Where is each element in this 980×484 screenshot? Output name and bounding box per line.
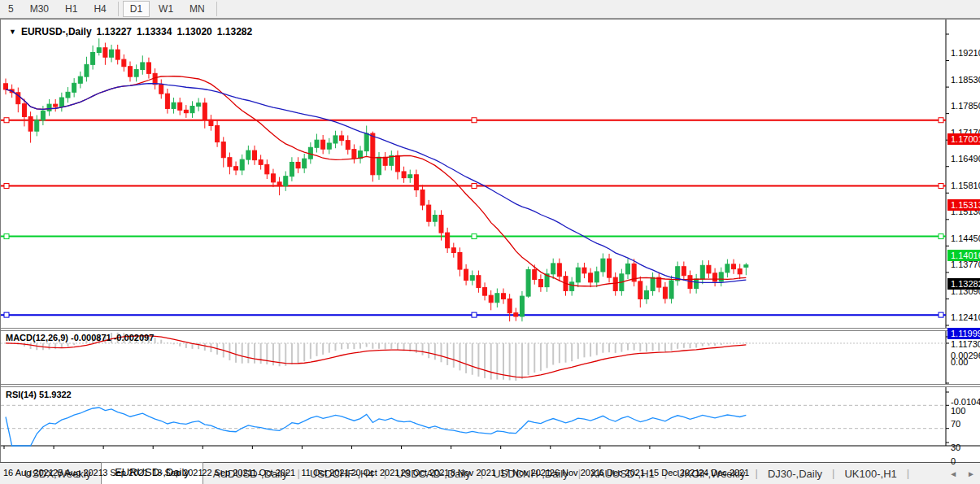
- candle-body: [190, 107, 194, 113]
- candle-body: [626, 264, 630, 273]
- date-tick-label: 20 Oct 2021: [351, 468, 399, 477]
- candle-body: [47, 104, 51, 111]
- ohlc-high: 1.13334: [137, 26, 172, 37]
- level-line-handle[interactable]: [472, 312, 477, 317]
- macd-indicator-label: MACD(12,26,9) -0.000871 -0.002097: [6, 333, 154, 342]
- chart-canvas[interactable]: [1, 20, 980, 463]
- candle-body: [402, 172, 406, 178]
- candle-body: [371, 133, 375, 175]
- level-price-badge-1.15313[interactable]: 1.15313: [947, 199, 980, 211]
- candle-body: [489, 295, 493, 303]
- rsi-tick-label: 100: [951, 406, 965, 416]
- rsi-line: [6, 408, 746, 446]
- candle-body: [321, 140, 325, 149]
- ohlc-open: 1.13227: [97, 26, 132, 37]
- candle-body: [59, 98, 63, 107]
- timeframe-button-H1[interactable]: H1: [58, 1, 85, 17]
- candle-body: [271, 174, 275, 182]
- rsi-tick-label: 0: [951, 456, 956, 466]
- level-line-handle[interactable]: [939, 312, 943, 317]
- level-price-badge-1.17001[interactable]: 1.17001: [947, 133, 980, 145]
- level-price-badge-1.14016[interactable]: 1.14016: [947, 250, 980, 261]
- chart-symbol-label: EURUSD-,Daily: [21, 26, 92, 37]
- level-line-handle[interactable]: [4, 184, 9, 189]
- level-line-handle[interactable]: [939, 184, 943, 189]
- date-tick-label: 1 Oct 2021: [251, 468, 295, 477]
- macd-tick-label: 0.00: [951, 357, 968, 367]
- candle-body: [253, 150, 257, 159]
- date-tick-label: 26 Nov 2021: [550, 468, 600, 477]
- timeframe-button-H4[interactable]: H4: [86, 1, 113, 17]
- date-tick-label: 17 Nov 2021: [500, 468, 551, 477]
- candle-body: [470, 276, 474, 281]
- level-price-badge-1.11999[interactable]: 1.11999: [947, 328, 980, 339]
- chart-dropdown-icon[interactable]: ▼: [9, 28, 16, 36]
- toolbar-separator: [216, 2, 217, 16]
- candle-body: [41, 111, 45, 120]
- pane-splitter-macd[interactable]: [1, 328, 980, 331]
- tab-scroll-right-icon[interactable]: ►: [967, 469, 975, 478]
- timeframe-button-D1[interactable]: D1: [123, 1, 150, 17]
- tab-separator: |: [907, 467, 909, 479]
- candle-body: [110, 50, 114, 57]
- candle-body: [719, 273, 723, 281]
- candle-body: [340, 136, 344, 141]
- candle-body: [290, 162, 294, 176]
- candle-body: [277, 182, 281, 186]
- level-line-handle[interactable]: [4, 234, 9, 239]
- candle-body: [333, 136, 338, 143]
- timeframe-button-MN[interactable]: MN: [182, 1, 212, 17]
- level-line-handle[interactable]: [939, 234, 943, 239]
- candle-body: [644, 290, 648, 299]
- tab-scroll-left-icon[interactable]: ◄: [949, 469, 957, 478]
- price-tick-label: 1.19210: [951, 48, 980, 58]
- level-line-handle[interactable]: [4, 312, 9, 317]
- candle-body: [141, 63, 145, 70]
- candle-body: [364, 133, 368, 151]
- date-tick-label: 22 Sep 2021: [202, 468, 252, 477]
- candle-body: [35, 120, 39, 131]
- candle-body: [97, 48, 101, 53]
- candle-body: [259, 160, 263, 165]
- candle-body: [178, 102, 182, 110]
- level-line-handle[interactable]: [472, 118, 477, 123]
- pane-splitter-rsi[interactable]: [1, 384, 980, 387]
- timeframe-button-M30[interactable]: M30: [23, 1, 56, 17]
- candle-body: [172, 102, 176, 108]
- candle-body: [184, 110, 188, 112]
- candle-body: [352, 150, 356, 159]
- candle-body: [732, 264, 736, 269]
- date-tick-label: 15 Dec 2021: [649, 468, 699, 477]
- candle-body: [414, 175, 418, 190]
- candle-body: [520, 296, 524, 316]
- trading-app-window: 5M30H1H4D1W1MN ▼ EURUSD-,Daily 1.13227 1…: [0, 0, 980, 484]
- candle-body: [458, 253, 462, 270]
- price-tick-label: 1.13770: [951, 259, 980, 269]
- level-line-handle[interactable]: [4, 118, 9, 123]
- candle-body: [296, 162, 300, 168]
- candle-body: [78, 76, 82, 83]
- date-tick-label: 16 Aug 2021: [3, 468, 54, 477]
- candle-body: [464, 269, 468, 280]
- candle-body: [483, 288, 487, 296]
- timeframe-button-W1[interactable]: W1: [151, 1, 181, 17]
- timeframe-button-5[interactable]: 5: [1, 1, 21, 17]
- price-tick-label: 1.18530: [951, 75, 980, 85]
- date-tick-label: 3 Sep 2021: [102, 468, 148, 477]
- candle-body: [613, 277, 617, 290]
- candle-body: [159, 85, 163, 94]
- candle-body: [315, 140, 319, 147]
- chart-tab-dj30-daily[interactable]: DJ30-,Daily: [758, 465, 832, 484]
- level-line-handle[interactable]: [939, 118, 943, 123]
- level-line-handle[interactable]: [472, 234, 477, 239]
- chart-tab-uk100-h1[interactable]: UK100-,H1: [834, 465, 906, 484]
- candle-body: [589, 273, 593, 282]
- ma-slow-line: [6, 84, 746, 283]
- candle-body: [383, 157, 387, 165]
- level-line-handle[interactable]: [472, 184, 477, 189]
- candle-body: [91, 52, 95, 64]
- chart-window[interactable]: ▼ EURUSD-,Daily 1.13227 1.13334 1.13020 …: [0, 19, 980, 462]
- candle-body: [209, 120, 213, 125]
- date-tick-label: 11 Oct 2021: [301, 468, 349, 477]
- candle-body: [695, 279, 699, 288]
